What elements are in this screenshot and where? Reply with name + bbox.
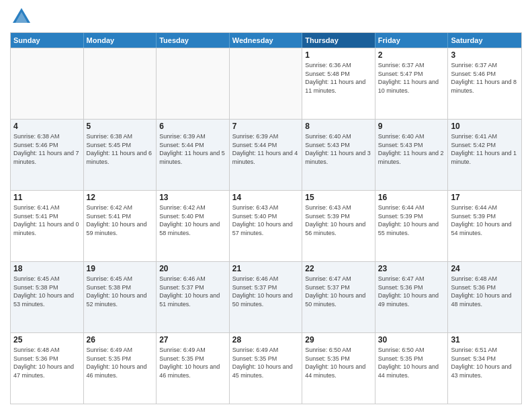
day-info: Sunrise: 6:48 AM Sunset: 5:36 PM Dayligh… [451,275,519,308]
day-info: Sunrise: 6:42 AM Sunset: 5:41 PM Dayligh… [87,203,154,237]
day-cell: 15Sunrise: 6:43 AM Sunset: 5:39 PM Dayli… [302,191,375,261]
day-number: 30 [378,335,445,345]
day-number: 26 [87,335,154,345]
day-number: 18 [13,264,81,273]
day-cell: 9Sunrise: 6:40 AM Sunset: 5:43 PM Daylig… [375,120,449,190]
header-day-sunday: Sunday [11,33,84,48]
day-number: 8 [305,122,372,131]
day-cell: 23Sunrise: 6:47 AM Sunset: 5:36 PM Dayli… [375,262,449,332]
day-info: Sunrise: 6:50 AM Sunset: 5:35 PM Dayligh… [378,346,445,379]
day-cell [11,48,84,119]
day-info: Sunrise: 6:37 AM Sunset: 5:46 PM Dayligh… [451,61,519,95]
day-cell: 4Sunrise: 6:38 AM Sunset: 5:46 PM Daylig… [11,120,84,190]
page: SundayMondayTuesdayWednesdayThursdayFrid… [0,0,532,411]
week-row-4: 25Sunrise: 6:48 AM Sunset: 5:36 PM Dayli… [11,332,521,404]
day-info: Sunrise: 6:45 AM Sunset: 5:38 PM Dayligh… [87,275,154,308]
day-info: Sunrise: 6:47 AM Sunset: 5:37 PM Dayligh… [305,275,372,308]
day-number: 23 [378,264,445,273]
day-number: 6 [159,122,226,131]
day-number: 13 [159,193,226,202]
day-number: 17 [451,193,519,202]
day-cell: 21Sunrise: 6:46 AM Sunset: 5:37 PM Dayli… [230,262,303,332]
day-cell: 14Sunrise: 6:43 AM Sunset: 5:40 PM Dayli… [230,191,303,261]
calendar: SundayMondayTuesdayWednesdayThursdayFrid… [10,32,522,404]
day-info: Sunrise: 6:48 AM Sunset: 5:36 PM Dayligh… [13,346,81,379]
day-info: Sunrise: 6:49 AM Sunset: 5:35 PM Dayligh… [87,346,154,379]
day-info: Sunrise: 6:38 AM Sunset: 5:45 PM Dayligh… [87,132,154,166]
day-info: Sunrise: 6:41 AM Sunset: 5:42 PM Dayligh… [451,132,519,166]
day-cell: 3Sunrise: 6:37 AM Sunset: 5:46 PM Daylig… [448,48,521,119]
day-cell: 6Sunrise: 6:39 AM Sunset: 5:44 PM Daylig… [157,120,230,190]
day-cell: 1Sunrise: 6:36 AM Sunset: 5:48 PM Daylig… [302,48,375,119]
day-info: Sunrise: 6:49 AM Sunset: 5:35 PM Dayligh… [159,346,226,379]
week-row-0: 1Sunrise: 6:36 AM Sunset: 5:48 PM Daylig… [11,48,521,119]
day-cell: 25Sunrise: 6:48 AM Sunset: 5:36 PM Dayli… [11,333,84,404]
day-info: Sunrise: 6:41 AM Sunset: 5:41 PM Dayligh… [13,203,81,237]
day-cell: 11Sunrise: 6:41 AM Sunset: 5:41 PM Dayli… [11,191,84,261]
day-number: 1 [305,50,372,60]
day-number: 25 [13,335,81,345]
day-number: 11 [13,193,81,202]
day-cell: 27Sunrise: 6:49 AM Sunset: 5:35 PM Dayli… [157,333,230,404]
day-number: 29 [305,335,372,345]
day-number: 5 [87,122,154,131]
header [10,7,522,27]
header-day-saturday: Saturday [448,33,521,48]
day-number: 4 [13,122,81,131]
day-info: Sunrise: 6:44 AM Sunset: 5:39 PM Dayligh… [451,203,519,237]
day-cell: 20Sunrise: 6:46 AM Sunset: 5:37 PM Dayli… [157,262,230,332]
day-cell: 2Sunrise: 6:37 AM Sunset: 5:47 PM Daylig… [375,48,449,119]
day-info: Sunrise: 6:39 AM Sunset: 5:44 PM Dayligh… [159,132,226,166]
day-cell [84,48,157,119]
day-cell: 29Sunrise: 6:50 AM Sunset: 5:35 PM Dayli… [302,333,375,404]
day-number: 19 [87,264,154,273]
day-number: 28 [232,335,300,345]
day-info: Sunrise: 6:43 AM Sunset: 5:39 PM Dayligh… [305,203,372,237]
day-info: Sunrise: 6:45 AM Sunset: 5:38 PM Dayligh… [13,275,81,308]
calendar-header: SundayMondayTuesdayWednesdayThursdayFrid… [11,33,521,48]
day-cell: 5Sunrise: 6:38 AM Sunset: 5:45 PM Daylig… [84,120,157,190]
day-info: Sunrise: 6:46 AM Sunset: 5:37 PM Dayligh… [159,275,226,308]
day-number: 22 [305,264,372,273]
day-number: 20 [159,264,226,273]
day-info: Sunrise: 6:39 AM Sunset: 5:44 PM Dayligh… [232,132,300,166]
day-info: Sunrise: 6:36 AM Sunset: 5:48 PM Dayligh… [305,61,372,95]
day-cell: 13Sunrise: 6:42 AM Sunset: 5:40 PM Dayli… [157,191,230,261]
day-info: Sunrise: 6:44 AM Sunset: 5:39 PM Dayligh… [378,203,445,237]
day-cell: 28Sunrise: 6:49 AM Sunset: 5:35 PM Dayli… [230,333,303,404]
day-info: Sunrise: 6:40 AM Sunset: 5:43 PM Dayligh… [378,132,445,166]
day-cell: 19Sunrise: 6:45 AM Sunset: 5:38 PM Dayli… [84,262,157,332]
day-info: Sunrise: 6:50 AM Sunset: 5:35 PM Dayligh… [305,346,372,379]
day-number: 31 [451,335,519,345]
day-info: Sunrise: 6:37 AM Sunset: 5:47 PM Dayligh… [378,61,445,95]
day-info: Sunrise: 6:46 AM Sunset: 5:37 PM Dayligh… [232,275,300,308]
day-info: Sunrise: 6:43 AM Sunset: 5:40 PM Dayligh… [232,203,300,237]
day-number: 15 [305,193,372,202]
day-cell: 30Sunrise: 6:50 AM Sunset: 5:35 PM Dayli… [375,333,449,404]
header-day-wednesday: Wednesday [230,33,303,48]
day-cell: 8Sunrise: 6:40 AM Sunset: 5:43 PM Daylig… [302,120,375,190]
day-info: Sunrise: 6:38 AM Sunset: 5:46 PM Dayligh… [13,132,81,166]
calendar-body: 1Sunrise: 6:36 AM Sunset: 5:48 PM Daylig… [11,48,521,404]
day-cell: 26Sunrise: 6:49 AM Sunset: 5:35 PM Dayli… [84,333,157,404]
week-row-2: 11Sunrise: 6:41 AM Sunset: 5:41 PM Dayli… [11,190,521,261]
day-info: Sunrise: 6:51 AM Sunset: 5:34 PM Dayligh… [451,346,519,379]
day-number: 3 [451,50,519,60]
day-cell: 10Sunrise: 6:41 AM Sunset: 5:42 PM Dayli… [448,120,521,190]
logo-icon [11,7,32,27]
header-day-monday: Monday [84,33,157,48]
day-number: 21 [232,264,300,273]
week-row-3: 18Sunrise: 6:45 AM Sunset: 5:38 PM Dayli… [11,261,521,332]
day-cell: 7Sunrise: 6:39 AM Sunset: 5:44 PM Daylig… [230,120,303,190]
day-number: 24 [451,264,519,273]
day-number: 9 [378,122,445,131]
header-day-thursday: Thursday [302,33,375,48]
day-info: Sunrise: 6:42 AM Sunset: 5:40 PM Dayligh… [159,203,226,237]
day-cell: 16Sunrise: 6:44 AM Sunset: 5:39 PM Dayli… [375,191,449,261]
header-day-friday: Friday [375,33,449,48]
day-info: Sunrise: 6:49 AM Sunset: 5:35 PM Dayligh… [232,346,300,379]
day-cell: 12Sunrise: 6:42 AM Sunset: 5:41 PM Dayli… [84,191,157,261]
day-number: 7 [232,122,300,131]
day-cell [230,48,303,119]
day-number: 10 [451,122,519,131]
